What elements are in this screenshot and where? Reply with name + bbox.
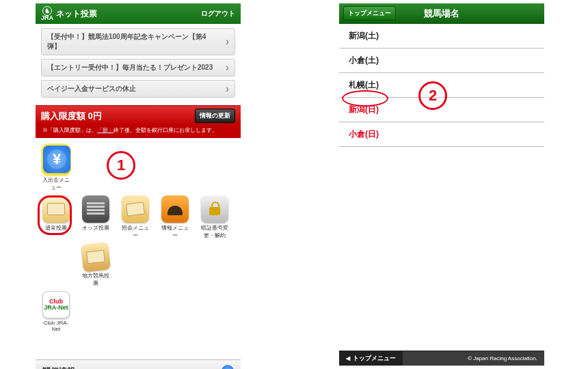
copyright-text: © Japan Racing Association. [468, 355, 544, 361]
course-row[interactable]: 小倉(土) [339, 49, 544, 73]
logout-button[interactable]: ログアウト [201, 9, 235, 18]
icon-label: Club JRA-Net [44, 320, 68, 332]
update-info-button[interactable]: 情報の更新 [195, 109, 235, 123]
triangle-left-icon: ◀ [346, 355, 350, 361]
news-row[interactable]: 【エントリー受付中！】毎月当たる！プレゼント2023 [41, 59, 235, 77]
deposit-menu-button[interactable]: ¥ 入出金メニュー [41, 144, 71, 191]
local-racing-button[interactable]: 地方競馬投票 [81, 243, 111, 287]
icon-label: 入出金メニュー [42, 177, 70, 191]
annotation-highlight-normal-vote [38, 195, 72, 235]
yen-icon: ¥ [43, 146, 70, 173]
back-button[interactable]: トップメニュー [343, 6, 396, 20]
icon-label: オッズ投票 [82, 225, 109, 231]
icon-label: 照会メニュー [122, 225, 149, 238]
club-icon: Club JRA-Net [42, 291, 70, 318]
local-ticket-icon [81, 242, 111, 272]
purchase-limit-bar: 購入限度額 0円 情報の更新 [36, 105, 241, 125]
page-title: 競馬場名 [424, 8, 459, 20]
limit-note-link[interactable]: 「節」 [97, 127, 113, 133]
bottom-bar: ◀ トップメニュー © Japan Racing Association. [339, 351, 544, 366]
header-bar: ♞ JRA ネット投票 ログアウト [36, 3, 241, 24]
phone-right: トップメニュー 競馬場名 新潟(土) 小倉(土) 札幌(土) 新潟(日) 小倉(… [339, 3, 544, 366]
purchase-limit-label: 購入限度額 0円 [41, 110, 102, 122]
odds-vote-button[interactable]: オッズ投票 [81, 195, 111, 239]
icon-label: 情報メニュー [161, 225, 189, 238]
course-row[interactable]: 新潟(土) [339, 24, 544, 49]
purchase-limit-note: ※「購入限度額」は、「節」終了後、全額を銀行口座にお戻しします。 [36, 125, 241, 138]
hardhat-icon [161, 195, 189, 223]
info-menu-button[interactable]: 情報メニュー [160, 195, 190, 239]
phone-left: ♞ JRA ネット投票 ログアウト 【受付中！】競馬法100周年記念キャンペーン… [36, 3, 241, 366]
annotation-circle-2: 2 [418, 81, 447, 110]
pin-change-button[interactable]: 暗証番号変更・解約 [200, 195, 230, 239]
top-menu-button[interactable]: ◀ トップメニュー [339, 351, 403, 366]
icon-label: 地方競馬投票 [82, 273, 109, 286]
section-title: 開催情報 [42, 366, 75, 369]
lock-icon [201, 195, 228, 223]
jra-logo: ♞ JRA [41, 6, 53, 21]
section-open-info[interactable]: 開催情報 › [36, 359, 241, 369]
icon-label: 暗証番号変更・解約 [201, 225, 228, 238]
news-list: 【受付中！】競馬法100周年記念キャンペーン【第4弾】 【エントリー受付中！】毎… [36, 24, 241, 105]
chevron-right-icon: › [222, 365, 234, 369]
refund-menu-button[interactable]: 照会メニュー [120, 195, 150, 239]
odds-icon [82, 195, 109, 223]
annotation-circle-1: 1 [107, 151, 135, 180]
club-jra-net-button[interactable]: Club JRA-Net Club JRA-Net [41, 291, 71, 332]
app-title: ネット投票 [56, 8, 97, 20]
header-bar: トップメニュー 競馬場名 [339, 3, 544, 24]
annotation-highlight-niigata-sun [342, 90, 388, 107]
refund-icon [122, 195, 149, 223]
news-row[interactable]: ペイジー入金サービスの休止 [41, 80, 235, 98]
icon-grid: ¥ 入出金メニュー 通常投票 オッズ投票 照会メニュー 情報メニュー [36, 138, 241, 342]
news-row[interactable]: 【受付中！】競馬法100周年記念キャンペーン【第4弾】 [41, 28, 235, 55]
jra-text: JRA [41, 14, 53, 21]
course-row[interactable]: 小倉(日) [339, 122, 544, 147]
